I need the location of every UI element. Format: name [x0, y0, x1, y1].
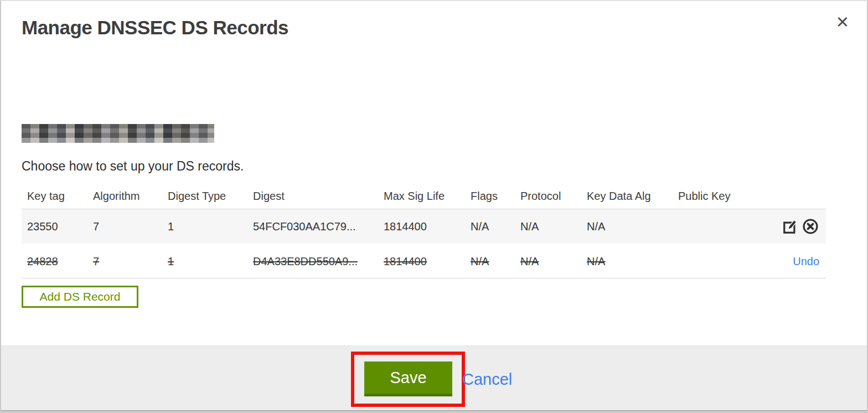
cell-flags: N/A — [465, 255, 515, 268]
cell-digest-type: 1 — [162, 220, 247, 233]
col-header-flags: Flags — [465, 190, 515, 203]
edit-icon[interactable] — [782, 218, 799, 235]
row-actions — [772, 218, 826, 235]
cell-key-data-alg: N/A — [581, 220, 673, 233]
cell-max-sig-life: 1814400 — [378, 220, 465, 233]
cell-digest: 54FCF030AA1C79... — [247, 220, 378, 233]
undo-link[interactable]: Undo — [793, 255, 819, 268]
table-row: 24828 7 1 D4A33E8DD550A9... 1814400 N/A … — [22, 244, 826, 278]
add-ds-record-button[interactable]: Add DS Record — [22, 286, 138, 308]
row-actions: Undo — [772, 255, 826, 268]
cell-key-data-alg: N/A — [581, 255, 673, 268]
cell-digest: D4A33E8DD550A9... — [247, 255, 378, 268]
close-icon[interactable]: ✕ — [833, 12, 852, 32]
col-header-digest: Digest — [247, 190, 378, 203]
redacted-domain-name — [22, 124, 214, 143]
cell-digest-type: 1 — [162, 255, 247, 268]
save-button[interactable]: Save — [364, 362, 452, 396]
cell-protocol: N/A — [515, 220, 581, 233]
ds-records-table: Key tag Algorithm Digest Type Digest Max… — [22, 184, 826, 278]
col-header-max-sig-life: Max Sig Life — [378, 190, 465, 203]
cancel-link[interactable]: Cancel — [462, 370, 512, 389]
page-title: Manage DNSSEC DS Records — [22, 17, 288, 39]
col-header-key-data-alg: Key Data Alg — [581, 190, 673, 203]
cell-max-sig-life: 1814400 — [378, 255, 465, 268]
col-header-key-tag: Key tag — [22, 190, 87, 203]
col-header-algorithm: Algorithm — [87, 190, 162, 203]
table-row: 23550 7 1 54FCF030AA1C79... 1814400 N/A … — [22, 209, 826, 244]
col-header-public-key: Public Key — [673, 190, 772, 203]
subtitle-text: Choose how to set up your DS records. — [22, 159, 244, 174]
cell-algorithm: 7 — [87, 255, 162, 268]
cell-flags: N/A — [465, 220, 515, 233]
cell-algorithm: 7 — [87, 220, 162, 233]
cell-key-tag: 23550 — [22, 220, 87, 233]
manage-dnssec-modal: Manage DNSSEC DS Records ✕ Choose how to… — [0, 0, 868, 413]
col-header-protocol: Protocol — [515, 190, 581, 203]
delete-icon[interactable] — [802, 218, 819, 235]
cell-key-tag: 24828 — [22, 255, 87, 268]
col-header-digest-type: Digest Type — [162, 190, 247, 203]
cell-protocol: N/A — [515, 255, 581, 268]
table-header-row: Key tag Algorithm Digest Type Digest Max… — [22, 184, 826, 209]
